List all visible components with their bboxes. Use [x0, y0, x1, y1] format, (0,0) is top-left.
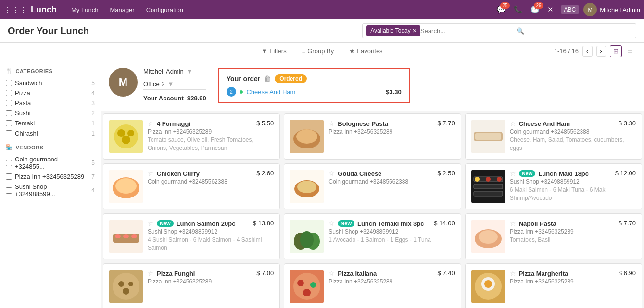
product-card[interactable]: ☆ Napoli Pasta $ 7.70 Pizza Inn +3245632…: [465, 213, 642, 259]
profile-avatar: M: [109, 68, 138, 97]
favorite-star-icon[interactable]: ☆: [510, 270, 516, 277]
category-checkbox[interactable]: [6, 120, 12, 126]
product-card[interactable]: ☆ Cheese And Ham $ 3.30 Coin gourmand +3…: [465, 113, 642, 160]
product-vendor: Sushi Shop +32498859912: [328, 228, 455, 235]
prev-page-button[interactable]: ‹: [582, 46, 592, 57]
order-status-dot: ●: [239, 87, 244, 96]
available-today-filter[interactable]: Available Today ×: [366, 25, 420, 36]
svg-point-2: [117, 129, 125, 137]
product-header: ☆ 4 Formaggi $ 5.50: [148, 120, 274, 127]
user-menu[interactable]: M Mitchell Admin: [583, 3, 640, 16]
phone-icon[interactable]: 📞: [514, 5, 523, 14]
sidebar-category-item[interactable]: Pizza 4: [6, 88, 95, 98]
search-icon[interactable]: 🔍: [517, 27, 524, 35]
favorite-star-icon[interactable]: ☆: [148, 120, 154, 127]
group-by-button[interactable]: ≡ Group By: [298, 46, 338, 57]
apps-icon[interactable]: ⋮⋮⋮: [4, 5, 27, 14]
sidebar-vendor-item[interactable]: Coin gourmand +324855... 5: [6, 154, 95, 172]
category-checkbox[interactable]: [6, 110, 12, 116]
favorite-star-icon[interactable]: ☆: [148, 270, 154, 277]
product-card[interactable]: ☆ 4 Formaggi $ 5.50 Pizza Inn +324563252…: [103, 113, 280, 160]
favorite-star-icon[interactable]: ☆: [328, 120, 335, 127]
sidebar-category-item[interactable]: Temaki 1: [6, 118, 95, 128]
product-card[interactable]: ☆ Gouda Cheese $ 2.50 Coin gourmand +324…: [284, 163, 461, 209]
search-container: Available Today × 🔍: [362, 23, 636, 38]
product-price: $ 7.40: [438, 270, 455, 277]
category-checkbox[interactable]: [6, 90, 12, 96]
product-name: Cheese And Ham: [519, 120, 570, 127]
profile-info: Mitchell Admin ▼ Office 2 ▼ Your Account…: [143, 68, 206, 102]
office-field[interactable]: Office 2 ▼: [143, 80, 206, 90]
category-label: Chirashi: [15, 130, 88, 137]
vendor-checkbox[interactable]: [6, 160, 12, 166]
next-page-button[interactable]: ›: [596, 46, 606, 57]
product-header: ☆ Cheese And Ham $ 3.30: [510, 120, 636, 127]
page-title: Order Your Lunch: [8, 25, 89, 37]
product-card[interactable]: ☆ Chicken Curry $ 2.60 Coin gourmand +32…: [103, 163, 280, 209]
sidebar-category-item[interactable]: Sushi 2: [6, 108, 95, 118]
order-item-name[interactable]: Cheese And Ham: [246, 88, 295, 96]
chat-icon[interactable]: 💬 25: [497, 5, 506, 14]
favorite-star-icon[interactable]: ☆: [328, 170, 335, 177]
favorite-star-icon[interactable]: ☆: [328, 220, 335, 227]
sidebar-category-item[interactable]: Pasta 3: [6, 98, 95, 108]
category-label: Sandwich: [15, 79, 88, 86]
product-price: $ 3.30: [619, 120, 636, 127]
product-vendor: Sushi Shop +32498859912: [148, 228, 274, 235]
sidebar-vendor-item[interactable]: Pizza Inn +32456325289 7: [6, 172, 95, 182]
favorite-star-icon[interactable]: ☆: [148, 220, 154, 227]
product-card[interactable]: ☆ Bolognese Pasta $ 7.70 Pizza Inn +3245…: [284, 113, 461, 160]
sidebar-category-item[interactable]: Sandwich 5: [6, 78, 95, 88]
product-name: Lunch Temaki mix 3pc: [357, 220, 424, 227]
avatar: M: [583, 3, 597, 16]
list-view-button[interactable]: ☰: [624, 45, 636, 57]
product-name: Pizza Margherita: [519, 270, 568, 277]
vendor-checkbox[interactable]: [6, 173, 12, 180]
pagination-info: 1-16 / 16: [554, 48, 579, 55]
user-name-field[interactable]: Mitchell Admin ▼: [143, 68, 206, 77]
nav-manager[interactable]: Manager: [105, 6, 139, 13]
favorite-star-icon[interactable]: ☆: [510, 170, 516, 177]
favorite-star-icon[interactable]: ☆: [148, 170, 154, 177]
order-item-left: 2 ● Cheese And Ham: [227, 87, 296, 97]
product-card[interactable]: ☆ New Lunch Salmon 20pc $ 13.80 Sushi Sh…: [103, 213, 280, 259]
nav-my-lunch[interactable]: My Lunch: [66, 6, 103, 13]
category-checkbox[interactable]: [6, 80, 12, 86]
favorites-button[interactable]: ★ Favorites: [345, 46, 386, 57]
clock-icon[interactable]: 🕐 29: [530, 5, 540, 14]
product-card[interactable]: ☆ New Lunch Temaki mix 3pc $ 14.00 Sushi…: [284, 213, 461, 259]
product-info: ☆ Napoli Pasta $ 7.70 Pizza Inn +3245632…: [510, 220, 636, 253]
product-card[interactable]: ☆ Pizza Italiana $ 7.40 Pizza Inn +32456…: [284, 263, 461, 308]
product-name: Pizza Funghi: [157, 270, 195, 277]
trash-icon[interactable]: 🗑: [264, 75, 271, 83]
filter-remove-icon[interactable]: ×: [413, 27, 417, 35]
product-card[interactable]: ☆ Pizza Margherita $ 6.90 Pizza Inn +324…: [465, 263, 642, 308]
fork-knife-icon: 🍴: [6, 68, 13, 74]
product-image: [109, 120, 143, 153]
order-item-price: $3.30: [386, 88, 402, 96]
grid-view-button[interactable]: ⊞: [610, 45, 622, 57]
svg-point-23: [497, 177, 502, 182]
product-description: 6 Maki Salmon - 6 Maki Tuna - 6 Maki Shr…: [510, 186, 636, 202]
product-price: $ 7.70: [438, 120, 455, 127]
vendor-checkbox[interactable]: [6, 187, 12, 194]
vendor-count: 7: [91, 173, 95, 180]
nav-configuration[interactable]: Configuration: [141, 6, 188, 13]
product-card[interactable]: ☆ New Lunch Maki 18pc $ 12.00 Sushi Shop…: [465, 163, 642, 209]
svg-point-7: [296, 129, 317, 144]
favorite-star-icon[interactable]: ☆: [510, 220, 516, 227]
favorite-star-icon[interactable]: ☆: [328, 270, 335, 277]
product-card[interactable]: ☆ Pizza Funghi $ 7.00 Pizza Inn +3245632…: [103, 263, 280, 308]
search-input[interactable]: [420, 27, 517, 35]
product-header: ☆ Gouda Cheese $ 2.50: [328, 170, 455, 177]
filters-button[interactable]: ▼ Filters: [257, 46, 290, 57]
svg-point-39: [128, 282, 133, 286]
close-nav-icon[interactable]: ✕: [547, 5, 554, 14]
sidebar-vendor-item[interactable]: Sushi Shop +324988599... 4: [6, 182, 95, 199]
favorite-star-icon[interactable]: ☆: [510, 120, 516, 127]
category-checkbox[interactable]: [6, 100, 12, 106]
sidebar-category-item[interactable]: Chirashi 1: [6, 128, 95, 138]
product-price: $ 7.00: [256, 270, 274, 277]
category-checkbox[interactable]: [6, 130, 12, 136]
content-area: M Mitchell Admin ▼ Office 2 ▼ Your Accou…: [101, 60, 644, 308]
